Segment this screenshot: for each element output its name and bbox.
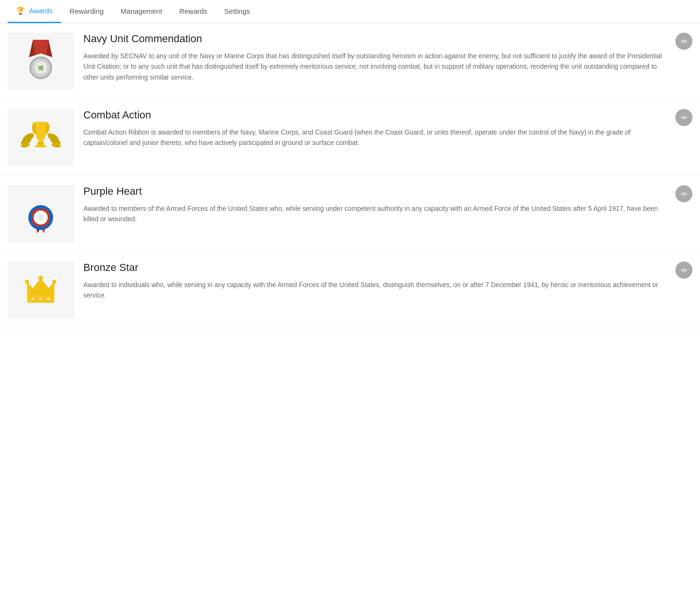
award-text-combat-action: Combat Action Combat Action Ribbon is aw… <box>83 109 692 148</box>
tab-management-label: Management <box>121 7 162 15</box>
svg-point-19 <box>39 206 43 210</box>
crown-gold-icon <box>19 269 62 311</box>
award-item: 🌿 Navy Unit Commendation Awarded by SECN… <box>0 23 700 99</box>
trophy-gold-icon <box>19 116 62 159</box>
award-icon-purple-heart <box>8 185 74 242</box>
tab-management[interactable]: Management <box>112 0 171 23</box>
award-icon-navy-unit: 🌿 <box>8 33 74 90</box>
svg-point-18 <box>37 215 44 221</box>
tab-settings[interactable]: Settings <box>216 0 259 23</box>
navigation-tabs: 🏆 Awards Rewarding Management Rewards Se… <box>0 0 700 23</box>
award-text-purple-heart: Purple Heart Awarded to members of the A… <box>83 185 692 225</box>
tab-rewarding-label: Rewarding <box>70 7 104 15</box>
award-text-navy-unit: Navy Unit Commendation Awarded by SECNAV… <box>83 33 692 82</box>
award-icon-combat-action <box>8 109 74 166</box>
svg-rect-13 <box>37 141 44 145</box>
edit-button[interactable]: ✏ <box>675 185 692 202</box>
trophy-icon: 🏆 <box>16 7 25 15</box>
tab-awards-label: Awards <box>29 7 53 15</box>
award-text-bronze-star: Bronze Star Awarded to individuals who, … <box>83 262 692 301</box>
award-item: Purple Heart Awarded to members of the A… <box>0 176 700 252</box>
award-item: Bronze Star Awarded to individuals who, … <box>0 252 700 328</box>
tab-awards[interactable]: 🏆 Awards <box>8 0 61 23</box>
svg-point-20 <box>39 226 43 229</box>
award-title: Combat Action <box>83 109 669 121</box>
awards-list: 🌿 Navy Unit Commendation Awarded by SECN… <box>0 23 700 328</box>
svg-point-30 <box>25 280 29 284</box>
svg-point-27 <box>31 298 35 301</box>
svg-rect-14 <box>36 145 46 147</box>
edit-button[interactable]: ✏ <box>675 262 692 279</box>
tab-rewarding[interactable]: Rewarding <box>61 0 112 23</box>
edit-button[interactable]: ✏ <box>675 109 692 126</box>
edit-icon: ✏ <box>681 266 687 275</box>
svg-point-21 <box>29 216 33 219</box>
award-item: Combat Action Combat Action Ribbon is aw… <box>0 99 700 176</box>
edit-icon: ✏ <box>681 37 687 46</box>
award-title: Purple Heart <box>83 185 669 198</box>
ribbon-rosette-icon <box>19 192 62 235</box>
svg-point-22 <box>48 216 52 219</box>
tab-settings-label: Settings <box>224 7 250 15</box>
award-icon-bronze-star <box>8 262 74 318</box>
svg-text:🌿: 🌿 <box>38 65 44 71</box>
edit-button[interactable]: ✏ <box>675 33 692 50</box>
svg-point-32 <box>53 280 56 284</box>
award-title: Navy Unit Commendation <box>83 33 669 45</box>
tab-rewards[interactable]: Rewards <box>171 0 215 23</box>
tab-rewards-label: Rewards <box>179 7 207 15</box>
award-description: Awarded to members of the Armed Forces o… <box>83 203 669 225</box>
edit-icon: ✏ <box>681 113 687 122</box>
award-description: Combat Action Ribbon is awarded to membe… <box>83 127 669 148</box>
edit-icon: ✏ <box>681 190 687 199</box>
award-description: Awarded to individuals who, while servin… <box>83 280 669 301</box>
svg-point-28 <box>39 298 43 301</box>
award-title: Bronze Star <box>83 262 669 274</box>
svg-point-31 <box>39 276 43 280</box>
svg-point-29 <box>47 298 50 301</box>
award-description: Awarded by SECNAV to any unit of the Nav… <box>83 51 669 82</box>
medal-red-icon: 🌿 <box>19 40 62 82</box>
